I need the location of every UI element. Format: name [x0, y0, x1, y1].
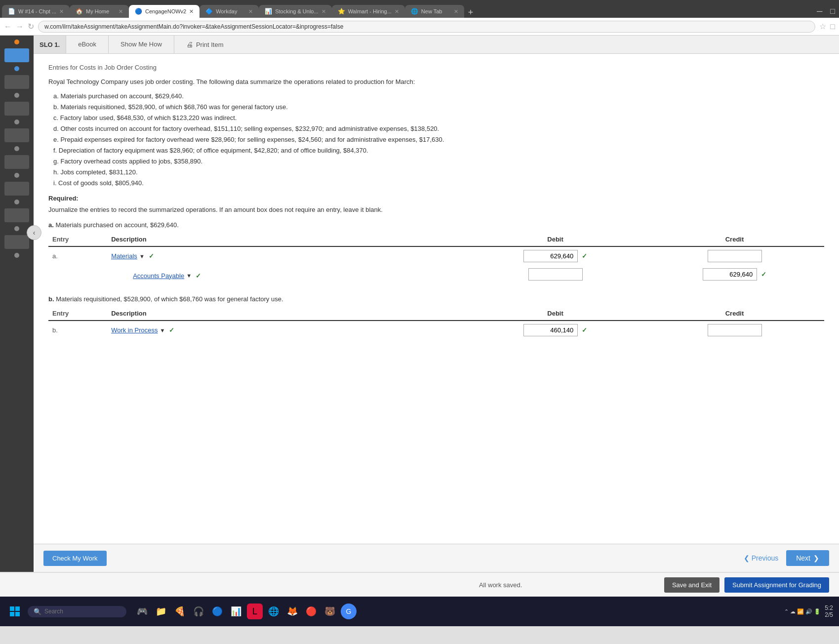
- tab-cengage-close[interactable]: ✕: [189, 8, 194, 15]
- tab-cengage-icon: 🔵: [135, 8, 142, 15]
- materials-link[interactable]: Materials: [111, 252, 137, 260]
- entry-b-row1-desc: Work in Process ▼ ✓: [107, 321, 466, 339]
- taskbar-icon-3[interactable]: 🍕: [172, 604, 188, 619]
- submit-button[interactable]: Submit Assignment for Grading: [724, 577, 829, 593]
- taskbar-icon-12[interactable]: G: [341, 604, 357, 619]
- work-in-process-link[interactable]: Work in Process: [111, 326, 158, 334]
- tab-workday-close[interactable]: ✕: [248, 8, 253, 15]
- sidebar-dot-3[interactable]: [14, 93, 19, 98]
- materials-debit-input[interactable]: [523, 250, 578, 262]
- ap-credit-input[interactable]: [703, 268, 757, 281]
- table-row: a. Materials ▼ ✓ ✓: [48, 246, 824, 265]
- tab-myhome-close[interactable]: ✕: [119, 8, 123, 15]
- entry-a-row2-num: [48, 265, 107, 283]
- tab-workday[interactable]: 🔷 Workday ✕: [200, 5, 259, 18]
- address-bar[interactable]: w.com/ilrn/takeAssignment/takeAssignment…: [38, 21, 815, 33]
- entry-b-header: b. Materials requisitioned, $528,900, of…: [48, 295, 824, 303]
- taskbar-icon-10[interactable]: 🔴: [303, 604, 319, 619]
- tab-newtab-close[interactable]: ✕: [454, 8, 458, 15]
- sidebar-dot-1[interactable]: [14, 40, 19, 44]
- accounts-payable-link[interactable]: Accounts Payable: [133, 272, 184, 280]
- minimize-icon[interactable]: ─: [813, 5, 826, 18]
- taskbar-icon-8[interactable]: 🌐: [266, 604, 281, 619]
- entry-a-row2-credit: ✓: [645, 265, 824, 283]
- tab-w14-close[interactable]: ✕: [59, 8, 64, 15]
- taskbar-icon-6[interactable]: 📊: [228, 604, 244, 619]
- new-tab-icon[interactable]: +: [468, 7, 474, 18]
- entry-a-materials-dropdown: Materials ▼ ✓: [111, 252, 154, 260]
- tab-walmart-close[interactable]: ✕: [395, 8, 399, 15]
- tab-ebook[interactable]: eBook: [66, 36, 109, 53]
- save-exit-button[interactable]: Save and Exit: [664, 577, 719, 593]
- tab-stocking[interactable]: 📊 Stocking & Unlo... ✕: [259, 5, 331, 18]
- tab-walmart[interactable]: ⭐ Walmart - Hiring... ✕: [332, 5, 405, 18]
- check-work-button[interactable]: Check My Work: [43, 551, 107, 566]
- tab-newtab[interactable]: 🌐 New Tab ✕: [405, 5, 464, 18]
- tab-w14[interactable]: 📄 W #14 - Chpt ... ✕: [2, 5, 70, 18]
- col-entry: Entry: [48, 233, 107, 246]
- entry-a-table: Entry Description Debit Credit a.: [48, 233, 824, 283]
- taskbar-clock: 5:2 2/5: [825, 604, 833, 618]
- taskbar-icon-9[interactable]: 🦊: [284, 604, 300, 619]
- tab-workday-icon: 🔷: [205, 8, 213, 15]
- back-icon[interactable]: ←: [4, 22, 12, 31]
- refresh-icon[interactable]: ↻: [28, 22, 34, 31]
- tab-walmart-label: Walmart - Hiring...: [348, 8, 392, 14]
- sidebar-item-5[interactable]: [4, 155, 29, 169]
- tab-myhome[interactable]: 🏠 My Home ✕: [70, 5, 129, 18]
- entry-b-wip-dropdown: Work in Process ▼ ✓: [111, 326, 174, 334]
- status-bar: All work saved. Save and Exit Submit Ass…: [0, 572, 839, 597]
- sidebar-dot-7[interactable]: [14, 200, 19, 204]
- forward-icon[interactable]: →: [16, 22, 24, 31]
- tab-stocking-close[interactable]: ✕: [321, 8, 326, 15]
- start-button[interactable]: [6, 603, 24, 620]
- sidebar-dot-8[interactable]: [14, 226, 19, 231]
- sidebar-dot-2[interactable]: [14, 66, 19, 71]
- tab-myhome-icon: 🏠: [76, 8, 83, 15]
- sidebar-item-8[interactable]: [4, 235, 29, 249]
- sidebar-item-7[interactable]: [4, 208, 29, 222]
- sidebar-dot-9[interactable]: [14, 253, 19, 258]
- sidebar-dot-6[interactable]: [14, 173, 19, 178]
- wip-dropdown-arrow[interactable]: ▼: [160, 327, 165, 333]
- taskbar-icon-7[interactable]: L: [247, 604, 263, 619]
- tab-cengage[interactable]: 🔵 CengageNOWv2 ✕: [129, 5, 200, 18]
- tab-printitem-label: Print Item: [196, 41, 224, 48]
- sidebar-item-4[interactable]: [4, 128, 29, 142]
- maximize-icon[interactable]: □: [826, 5, 839, 18]
- previous-button[interactable]: ❮ Previous: [738, 551, 784, 565]
- wip-debit-input[interactable]: [523, 324, 578, 336]
- ap-dropdown-arrow[interactable]: ▼: [186, 273, 192, 279]
- ap-debit-input[interactable]: [528, 268, 583, 281]
- taskbar-search-input[interactable]: [44, 608, 114, 615]
- tab-showmehow[interactable]: Show Me How: [109, 36, 174, 53]
- taskbar: 🔍 🎮 📁 🍕 🎧 🔵 📊 L 🌐 🦊 🔴 🐻 G ⌃ ☁ 📶 🔊 🔋 5:2 …: [0, 597, 839, 626]
- tab-printitem[interactable]: 🖨 Print Item: [174, 36, 236, 53]
- entry-b-table: Entry Description Debit Credit b. Work i…: [48, 307, 824, 339]
- sidebar-collapse-button[interactable]: ‹: [27, 225, 41, 240]
- sidebar-item-active[interactable]: [4, 48, 29, 62]
- sidebar-dot-4[interactable]: [14, 120, 19, 124]
- sidebar-item-6[interactable]: [4, 182, 29, 196]
- materials-debit-check: ✓: [582, 252, 587, 260]
- materials-credit-input[interactable]: [708, 250, 762, 262]
- content-area[interactable]: Entries for Costs in Job Order Costing R…: [34, 54, 839, 544]
- entry-a-row1-desc: Materials ▼ ✓: [107, 246, 466, 265]
- taskbar-icon-4[interactable]: 🎧: [191, 604, 206, 619]
- wip-credit-input[interactable]: [708, 324, 762, 336]
- taskbar-icon-1[interactable]: 🎮: [134, 604, 150, 619]
- sidebar-toggle-icon[interactable]: □: [830, 22, 835, 31]
- sidebar-item-2[interactable]: [4, 75, 29, 89]
- sidebar-item-3[interactable]: [4, 102, 29, 116]
- taskbar-icon-5[interactable]: 🔵: [209, 604, 225, 619]
- entry-a-row1-credit: [645, 246, 824, 265]
- next-button[interactable]: Next ❯: [786, 550, 829, 566]
- sidebar-dot-5[interactable]: [14, 146, 19, 151]
- taskbar-icon-2[interactable]: 📁: [153, 604, 169, 619]
- materials-dropdown-arrow[interactable]: ▼: [139, 253, 145, 259]
- taskbar-search-bar[interactable]: 🔍: [28, 606, 126, 617]
- taskbar-icon-11[interactable]: 🐻: [322, 604, 338, 619]
- slo-label[interactable]: SLO 1.: [34, 36, 66, 53]
- bookmark-icon[interactable]: ☆: [819, 22, 826, 31]
- chevron-left-icon: ❮: [744, 554, 750, 562]
